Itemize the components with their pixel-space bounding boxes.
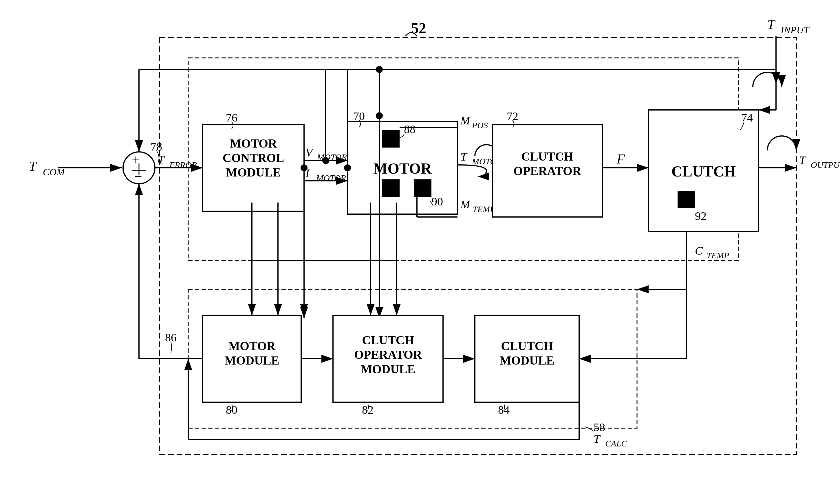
junction-v-motor <box>322 157 329 164</box>
f-label: F <box>616 151 625 166</box>
sensor-bottom-right <box>414 179 432 197</box>
clutch-operator-label-1: CLUTCH <box>521 150 573 163</box>
t-input-sub: INPUT <box>780 24 810 35</box>
label-52: 52 <box>411 20 426 36</box>
t-output-label: T <box>799 154 806 167</box>
t-input-label: T <box>767 17 776 32</box>
i-motor-sub: MOTOR <box>316 173 346 183</box>
motor-control-label-2: CONTROL <box>223 151 284 165</box>
m-temp-label: M <box>460 198 471 211</box>
com-label-1: CLUTCH <box>362 334 414 347</box>
motor-module-label-2: MODULE <box>225 354 279 367</box>
clutch-module-label-2: MODULE <box>500 354 555 367</box>
t-com-label: T <box>29 159 37 174</box>
clutch-module-label-1: CLUTCH <box>501 339 553 353</box>
motor-control-label-1: MOTOR <box>230 137 277 150</box>
motor-control-label-3: MODULE <box>226 166 281 179</box>
m-pos-sub: POS <box>472 120 488 130</box>
ref-84: 84 <box>498 403 510 416</box>
t-calc-sub: CALC <box>605 438 627 448</box>
ref-82: 82 <box>362 403 373 416</box>
ref-90: 90 <box>432 195 443 208</box>
c-temp-label: C <box>695 244 703 257</box>
junction-dot-1200 <box>344 164 351 171</box>
ref-72: 72 <box>507 110 518 123</box>
diagram-container: 52 T INPUT T COM + − T ERROR 78 MOTOR CO… <box>0 0 840 504</box>
ref-74: 74 <box>741 111 753 124</box>
t-calc-label: T <box>594 432 601 445</box>
v-motor-label: V <box>305 146 314 159</box>
junction-dot-1050 <box>301 164 308 171</box>
motor-label: MOTOR <box>373 160 432 177</box>
minus-sign: − <box>135 169 142 184</box>
sensor-bottom-left <box>382 179 400 197</box>
v-motor-sub: MOTOR <box>317 152 347 162</box>
clutch-label: CLUTCH <box>671 163 736 180</box>
t-motor-label: T <box>460 150 468 163</box>
clutch-operator-label-2: OPERATOR <box>513 164 581 178</box>
t-output-sub: OUTPUT <box>811 160 840 169</box>
c-temp-sub: TEMP <box>706 251 729 260</box>
block-diagram-svg: 52 T INPUT T COM + − T ERROR 78 MOTOR CO… <box>0 0 840 504</box>
ref-76: 76 <box>226 111 238 124</box>
junction-dot-1310 <box>376 66 383 73</box>
ref-78: 78 <box>151 140 162 153</box>
ref-80: 80 <box>226 403 238 416</box>
com-label-2: OPERATOR <box>354 348 422 361</box>
sensor-88 <box>382 130 400 147</box>
motor-module-label-1: MOTOR <box>228 339 276 353</box>
ref-92: 92 <box>695 210 706 222</box>
com-label-3: MODULE <box>361 362 416 376</box>
ref-58: 58 <box>594 421 605 434</box>
ref-70: 70 <box>353 110 365 123</box>
m-pos-label: M <box>460 114 471 127</box>
ref-88: 88 <box>404 123 416 136</box>
sensor-92 <box>678 191 695 208</box>
